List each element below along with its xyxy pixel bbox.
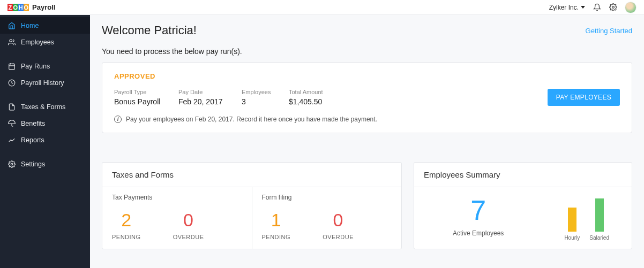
org-name: Zylker Inc. bbox=[549, 4, 579, 11]
sidebar-label: Home bbox=[21, 22, 39, 29]
sidebar: Home Employees Pay Runs Payroll History bbox=[0, 15, 90, 268]
sidebar-label: Payroll History bbox=[21, 79, 64, 87]
need-process-text: You need to process the below pay run(s)… bbox=[102, 47, 632, 56]
field-value: Bonus Payroll bbox=[114, 97, 178, 106]
sidebar-label: Reports bbox=[21, 136, 44, 144]
sidebar-item-payruns[interactable]: Pay Runs bbox=[0, 58, 90, 74]
payrun-note: i Pay your employees on Feb 20, 2017. Re… bbox=[114, 116, 620, 123]
svg-point-4 bbox=[11, 163, 13, 165]
field-label: Total Amount bbox=[289, 89, 364, 95]
sidebar-item-payroll-history[interactable]: Payroll History bbox=[0, 74, 90, 91]
overdue-label: OVERDUE bbox=[173, 234, 204, 240]
payrun-field-type: Payroll Type Bonus Payroll bbox=[114, 89, 178, 106]
tax-overdue: 0 OVERDUE bbox=[173, 210, 204, 240]
payrun-row: Payroll Type Bonus Payroll Pay Date Feb … bbox=[114, 89, 620, 106]
umbrella-icon bbox=[8, 119, 16, 127]
emp-body: 7 Active Employees Hourly Salaried bbox=[414, 187, 632, 243]
user-avatar[interactable] bbox=[625, 2, 636, 13]
taxes-body: Tax Payments 2 PENDING 0 OVERDUE bbox=[102, 187, 401, 249]
bar-hourly-label: Hourly bbox=[564, 235, 580, 241]
getting-started-link[interactable]: Getting Started bbox=[586, 27, 632, 35]
bar-salaried: Salaried bbox=[589, 198, 609, 241]
taxes-forms-card: Taxes and Forms Tax Payments 2 PENDING 0… bbox=[102, 162, 402, 249]
pending-label: PENDING bbox=[262, 234, 291, 240]
card-title: Employees Summary bbox=[414, 163, 632, 187]
dashboard-cards-row: Taxes and Forms Tax Payments 2 PENDING 0… bbox=[102, 162, 632, 249]
payrun-note-text: Pay your employees on Feb 20, 2017. Reco… bbox=[126, 116, 377, 123]
tax-payments-col: Tax Payments 2 PENDING 0 OVERDUE bbox=[102, 187, 252, 249]
pay-employees-button[interactable]: PAY EMPLOYEES bbox=[548, 89, 620, 106]
bar-salaried-label: Salaried bbox=[589, 235, 609, 241]
bar-hourly-fill bbox=[568, 208, 576, 232]
card-title: Taxes and Forms bbox=[102, 163, 401, 187]
top-bar: ZOHO Payroll Zylker Inc. bbox=[0, 0, 644, 15]
chart-icon bbox=[8, 136, 16, 144]
sidebar-label: Benefits bbox=[21, 120, 45, 127]
svg-point-1 bbox=[9, 39, 12, 42]
pending-count: 2 bbox=[121, 210, 131, 231]
tax-pending: 2 PENDING bbox=[112, 210, 141, 240]
sidebar-label: Settings bbox=[21, 160, 45, 168]
field-value: $1,405.50 bbox=[289, 97, 364, 106]
bar-hourly: Hourly bbox=[564, 208, 580, 241]
caret-down-icon bbox=[581, 6, 585, 9]
brand-product: Payroll bbox=[32, 3, 55, 11]
employees-icon bbox=[8, 38, 16, 46]
form-overdue: 0 OVERDUE bbox=[323, 210, 354, 240]
field-value: Feb 20, 2017 bbox=[178, 97, 242, 106]
home-icon bbox=[8, 21, 16, 29]
bar-salaried-fill bbox=[595, 198, 604, 232]
payrun-field-date: Pay Date Feb 20, 2017 bbox=[178, 89, 242, 106]
history-icon bbox=[8, 79, 16, 87]
sidebar-item-taxes-forms[interactable]: Taxes & Forms bbox=[0, 98, 90, 115]
settings-icon[interactable] bbox=[609, 3, 617, 12]
brand: ZOHO Payroll bbox=[8, 3, 55, 11]
tax-sub-label: Tax Payments bbox=[112, 194, 242, 201]
sidebar-label: Taxes & Forms bbox=[21, 103, 65, 111]
sidebar-item-reports[interactable]: Reports bbox=[0, 132, 90, 148]
employees-summary-card: Employees Summary 7 Active Employees Hou… bbox=[414, 162, 632, 249]
org-switcher[interactable]: Zylker Inc. bbox=[549, 4, 585, 11]
info-icon: i bbox=[114, 116, 122, 123]
page-header: Welcome Patricia! Getting Started bbox=[102, 24, 632, 37]
active-employees-block: 7 Active Employees bbox=[430, 196, 504, 237]
field-label: Payroll Type bbox=[114, 89, 178, 95]
sidebar-label: Pay Runs bbox=[21, 63, 50, 70]
form-sub-label: Form filing bbox=[262, 194, 392, 201]
sidebar-item-settings[interactable]: Settings bbox=[0, 156, 90, 172]
overdue-label: OVERDUE bbox=[323, 234, 354, 240]
svg-rect-2 bbox=[9, 64, 14, 69]
field-value: 3 bbox=[242, 97, 289, 106]
form-filing-col: Form filing 1 PENDING 0 OVERDUE bbox=[252, 187, 402, 249]
payrun-status: APPROVED bbox=[114, 72, 620, 80]
payrun-field-employees: Employees 3 bbox=[242, 89, 289, 106]
sidebar-item-benefits[interactable]: Benefits bbox=[0, 115, 90, 132]
top-right: Zylker Inc. bbox=[549, 2, 636, 13]
tax-nums: 2 PENDING 0 OVERDUE bbox=[112, 210, 242, 240]
payrun-field-amount: Total Amount $1,405.50 bbox=[289, 89, 364, 106]
main-content: Welcome Patricia! Getting Started You ne… bbox=[90, 15, 644, 268]
field-label: Pay Date bbox=[178, 89, 242, 95]
pending-label: PENDING bbox=[112, 234, 141, 240]
file-icon bbox=[8, 103, 16, 111]
svg-point-0 bbox=[612, 6, 614, 9]
sidebar-item-employees[interactable]: Employees bbox=[0, 34, 90, 50]
welcome-heading: Welcome Patricia! bbox=[102, 24, 197, 37]
overdue-count: 0 bbox=[333, 210, 343, 231]
sidebar-label: Employees bbox=[21, 39, 54, 46]
overdue-count: 0 bbox=[183, 210, 193, 231]
calendar-icon bbox=[8, 62, 16, 70]
pending-count: 1 bbox=[271, 210, 281, 231]
employees-bar-chart: Hourly Salaried bbox=[564, 193, 616, 241]
notifications-icon[interactable] bbox=[593, 3, 601, 12]
zoho-logo: ZOHO bbox=[8, 4, 29, 11]
active-employees-label: Active Employees bbox=[453, 229, 504, 237]
form-pending: 1 PENDING bbox=[262, 210, 291, 240]
sidebar-item-home[interactable]: Home bbox=[0, 17, 90, 34]
gear-icon bbox=[8, 160, 16, 168]
field-label: Employees bbox=[242, 89, 289, 95]
active-employees-count: 7 bbox=[470, 196, 486, 224]
payrun-card: APPROVED Payroll Type Bonus Payroll Pay … bbox=[102, 62, 632, 133]
form-nums: 1 PENDING 0 OVERDUE bbox=[262, 210, 392, 240]
